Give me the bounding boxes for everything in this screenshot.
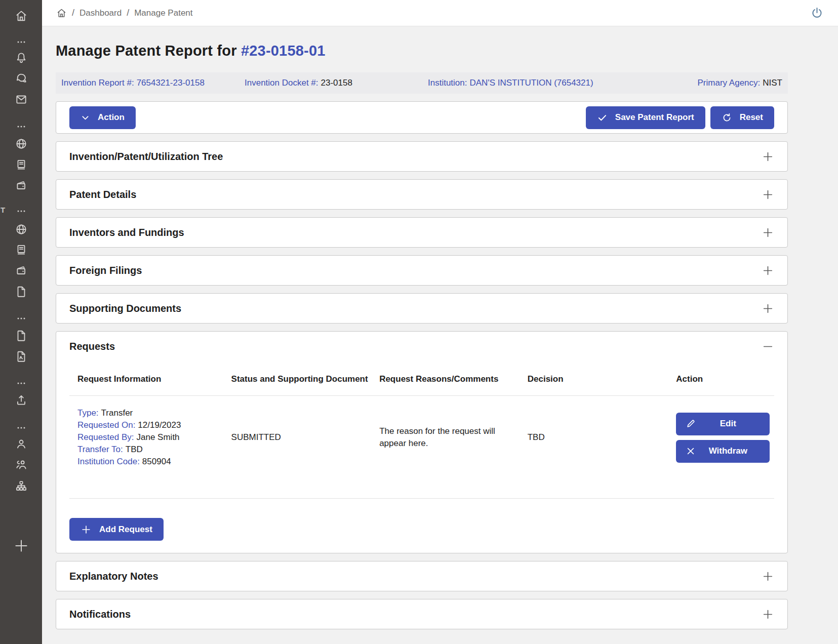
- org-chart-icon[interactable]: [0, 479, 42, 493]
- chat-icon[interactable]: [0, 71, 42, 86]
- mail-icon[interactable]: [0, 92, 42, 106]
- breadcrumb-item-manage-patent[interactable]: Manage Patent: [134, 8, 192, 18]
- expand-plus-icon[interactable]: [762, 608, 774, 621]
- ellipsis-icon[interactable]: [0, 119, 42, 134]
- topbar: / Dashboard / Manage Patent: [42, 0, 838, 26]
- ellipsis-icon[interactable]: [0, 421, 42, 435]
- invention-docket-number: Invention Docket #:23-0158: [245, 78, 428, 88]
- column-header-status-supporting-document: Status and Supporting Document: [223, 373, 372, 385]
- chevron-down-icon: [81, 113, 90, 123]
- main-content: Manage Patent Report for #23-0158-01 Inv…: [42, 26, 838, 629]
- section-supporting-documents: Supporting Documents: [56, 293, 788, 324]
- power-icon[interactable]: [810, 6, 824, 20]
- refresh-icon: [722, 112, 732, 123]
- reset-button[interactable]: Reset: [710, 106, 774, 129]
- breadcrumb-separator: /: [72, 8, 74, 18]
- expand-plus-icon[interactable]: [762, 188, 774, 201]
- status-badge: SUBMITTED: [231, 432, 281, 442]
- plus-icon: [81, 524, 92, 535]
- section-invention-patent-utilization-tree: Invention/Patent/Utilization Tree: [56, 141, 788, 172]
- report-id: #23-0158-01: [241, 43, 326, 59]
- sidebar-partial-label: T: [1, 206, 5, 214]
- expand-plus-icon[interactable]: [762, 226, 774, 239]
- withdraw-button[interactable]: Withdraw: [676, 440, 770, 463]
- globe-icon[interactable]: [0, 222, 42, 236]
- document-icon[interactable]: [0, 243, 42, 257]
- request-information-cell: Type:Transfer Requested On:12/19/2023 Re…: [69, 407, 223, 468]
- check-icon: [597, 112, 608, 123]
- add-request-button[interactable]: Add Request: [69, 518, 164, 541]
- home-icon[interactable]: [0, 9, 42, 23]
- divider: [69, 498, 774, 499]
- wallet-icon[interactable]: [0, 178, 42, 192]
- info-bar: Invention Report #:7654321-23-0158 Inven…: [56, 72, 788, 94]
- file-pdf-icon[interactable]: [0, 349, 42, 364]
- reason-cell: The reason for the request will appear h…: [371, 425, 520, 450]
- wallet-icon[interactable]: [0, 263, 42, 277]
- breadcrumb-item-dashboard[interactable]: Dashboard: [79, 8, 122, 18]
- sidebar: T: [0, 0, 42, 644]
- expand-plus-icon[interactable]: [762, 570, 774, 583]
- accordion-header[interactable]: Explanatory Notes: [56, 561, 787, 591]
- section-patent-details: Patent Details: [56, 179, 788, 210]
- institution: Institution:DAN'S INSTITUTION (7654321): [428, 78, 672, 88]
- decision-cell: TBD: [520, 432, 668, 442]
- file-icon[interactable]: [0, 329, 42, 343]
- people-icon[interactable]: [0, 458, 42, 472]
- column-header-request-information: Request Information: [69, 373, 223, 385]
- document-icon[interactable]: [0, 157, 42, 172]
- accordion-header[interactable]: Requests: [56, 332, 787, 361]
- ellipsis-icon[interactable]: [0, 204, 42, 218]
- page-title: Manage Patent Report for #23-0158-01: [56, 43, 788, 59]
- section-explanatory-notes: Explanatory Notes: [56, 561, 788, 591]
- ellipsis-icon[interactable]: [0, 35, 42, 49]
- page-title-text: Manage Patent Report for: [56, 43, 241, 59]
- ellipsis-icon[interactable]: [0, 311, 42, 326]
- accordion-header[interactable]: Inventors and Fundings: [56, 218, 787, 247]
- section-notifications: Notifications: [56, 599, 788, 629]
- upload-icon[interactable]: [0, 393, 42, 407]
- person-icon[interactable]: [0, 437, 42, 451]
- primary-agency: Primary Agency:NIST: [698, 78, 783, 88]
- accordion-header[interactable]: Supporting Documents: [56, 294, 787, 323]
- table-row: Type:Transfer Requested On:12/19/2023 Re…: [69, 396, 774, 498]
- requests-table-header: Request Information Status and Supportin…: [69, 361, 774, 395]
- breadcrumb-separator: /: [127, 8, 129, 18]
- column-header-request-reasons-comments: Request Reasons/Comments: [371, 373, 520, 385]
- accordion-header[interactable]: Invention/Patent/Utilization Tree: [56, 142, 787, 171]
- toolbar: Action Save Patent Report Reset: [56, 101, 788, 134]
- section-requests: Requests Request Information Status and …: [56, 331, 788, 553]
- status-cell: SUBMITTED: [223, 432, 372, 442]
- requests-table: Request Information Status and Supportin…: [56, 361, 787, 553]
- globe-icon[interactable]: [0, 137, 42, 151]
- section-foreign-filings: Foreign Filings: [56, 255, 788, 286]
- action-cell: Edit Withdraw: [668, 413, 774, 463]
- collapse-minus-icon[interactable]: [762, 340, 774, 353]
- notifications-bell-icon[interactable]: [0, 51, 42, 65]
- plus-icon[interactable]: [0, 539, 42, 553]
- pencil-icon: [686, 419, 696, 429]
- accordion-header[interactable]: Foreign Filings: [56, 256, 787, 285]
- close-x-icon: [686, 446, 696, 456]
- file-icon[interactable]: [0, 285, 42, 299]
- expand-plus-icon[interactable]: [762, 264, 774, 277]
- column-header-decision: Decision: [520, 373, 668, 385]
- section-inventors-and-fundings: Inventors and Fundings: [56, 217, 788, 248]
- expand-plus-icon[interactable]: [762, 302, 774, 315]
- save-patent-report-button[interactable]: Save Patent Report: [586, 106, 705, 129]
- column-header-action: Action: [668, 373, 774, 385]
- expand-plus-icon[interactable]: [762, 150, 774, 163]
- accordion-header[interactable]: Patent Details: [56, 180, 787, 209]
- breadcrumb-home-icon[interactable]: [56, 8, 67, 18]
- edit-button[interactable]: Edit: [676, 413, 770, 435]
- breadcrumb: / Dashboard / Manage Patent: [56, 8, 193, 18]
- action-button[interactable]: Action: [69, 106, 136, 129]
- accordion-header[interactable]: Notifications: [56, 599, 787, 629]
- ellipsis-icon[interactable]: [0, 376, 42, 390]
- invention-report-number: Invention Report #:7654321-23-0158: [61, 78, 245, 88]
